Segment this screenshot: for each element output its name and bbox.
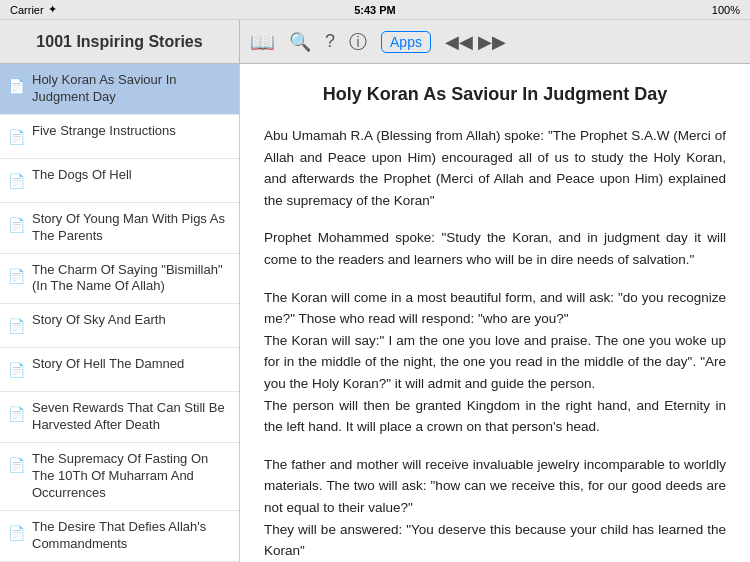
sidebar-item[interactable]: 📄The Supremacy Of Fasting On The 10Th Of… [0, 443, 239, 511]
search-icon[interactable]: 🔍 [289, 31, 311, 53]
nav-icons-container: 📖 🔍 ? ⓘ Apps ◀◀ ▶▶ [240, 20, 516, 63]
nav-arrows[interactable]: ◀◀ ▶▶ [445, 31, 506, 53]
list-item-label: Story Of Hell The Damned [32, 356, 231, 373]
list-item-label: Story Of Sky And Earth [32, 312, 231, 329]
sidebar-item[interactable]: 📄The Desire That Defies Allah's Commandm… [0, 511, 239, 562]
sidebar-item[interactable]: 📄Seven Rewards That Can Still Be Harvest… [0, 392, 239, 443]
list-item-label: The Charm Of Saying "Bismillah" (In The … [32, 262, 231, 296]
sidebar-item[interactable]: 📄Holy Koran As Saviour In Judgment Day [0, 64, 239, 115]
content-paragraph: The Koran will come in a most beautiful … [264, 287, 726, 438]
content-area: Holy Koran As Saviour In Judgment Day Ab… [240, 64, 750, 562]
book-icon[interactable]: 📖 [250, 30, 275, 54]
content-body: Abu Umamah R.A (Blessing from Allah) spo… [264, 125, 726, 562]
list-item-label: The Dogs Of Hell [32, 167, 231, 184]
list-item-label: Five Strange Instructions [32, 123, 231, 140]
carrier-label: Carrier [10, 4, 44, 16]
list-item-icon: 📄 [6, 212, 26, 238]
content-title: Holy Koran As Saviour In Judgment Day [264, 84, 726, 105]
apps-button[interactable]: Apps [381, 31, 431, 53]
sidebar-item[interactable]: 📄The Dogs Of Hell [0, 159, 239, 203]
list-item-icon: 📄 [6, 313, 26, 339]
wifi-icon: ✦ [48, 3, 57, 16]
main-layout: 📄Holy Koran As Saviour In Judgment Day📄F… [0, 64, 750, 562]
list-item-icon: 📄 [6, 357, 26, 383]
sidebar-item[interactable]: 📄Story Of Sky And Earth [0, 304, 239, 348]
content-paragraph: The father and mother will receive inval… [264, 454, 726, 562]
sidebar-item[interactable]: 📄The Charm Of Saying "Bismillah" (In The… [0, 254, 239, 305]
content-paragraph: Abu Umamah R.A (Blessing from Allah) spo… [264, 125, 726, 211]
list-item-label: The Desire That Defies Allah's Commandme… [32, 519, 231, 553]
list-item-label: Seven Rewards That Can Still Be Harveste… [32, 400, 231, 434]
sidebar-item[interactable]: 📄Story Of Young Man With Pigs As The Par… [0, 203, 239, 254]
list-item-label: The Supremacy Of Fasting On The 10Th Of … [32, 451, 231, 502]
battery-label: 100% [712, 4, 740, 16]
sidebar: 📄Holy Koran As Saviour In Judgment Day📄F… [0, 64, 240, 562]
list-item-label: Holy Koran As Saviour In Judgment Day [32, 72, 231, 106]
list-item-label: Story Of Young Man With Pigs As The Pare… [32, 211, 231, 245]
list-item-icon: 📄 [6, 520, 26, 546]
status-bar: Carrier ✦ 5:43 PM 100% [0, 0, 750, 20]
time-label: 5:43 PM [354, 4, 396, 16]
list-item-icon: 📄 [6, 124, 26, 150]
sidebar-item[interactable]: 📄Five Strange Instructions [0, 115, 239, 159]
list-item-icon: 📄 [6, 168, 26, 194]
status-left: Carrier ✦ [10, 3, 57, 16]
nav-bar: 1001 Inspiring Stories 📖 🔍 ? ⓘ Apps ◀◀ ▶… [0, 20, 750, 64]
list-item-icon: 📄 [6, 452, 26, 478]
list-item-icon: 📄 [6, 263, 26, 289]
info-icon[interactable]: ⓘ [349, 30, 367, 54]
list-item-icon: 📄 [6, 401, 26, 427]
question-icon[interactable]: ? [325, 31, 335, 52]
content-paragraph: Prophet Mohammed spoke: "Study the Koran… [264, 227, 726, 270]
app-title: 1001 Inspiring Stories [0, 20, 240, 63]
sidebar-item[interactable]: 📄Story Of Hell The Damned [0, 348, 239, 392]
list-item-icon: 📄 [6, 73, 26, 99]
